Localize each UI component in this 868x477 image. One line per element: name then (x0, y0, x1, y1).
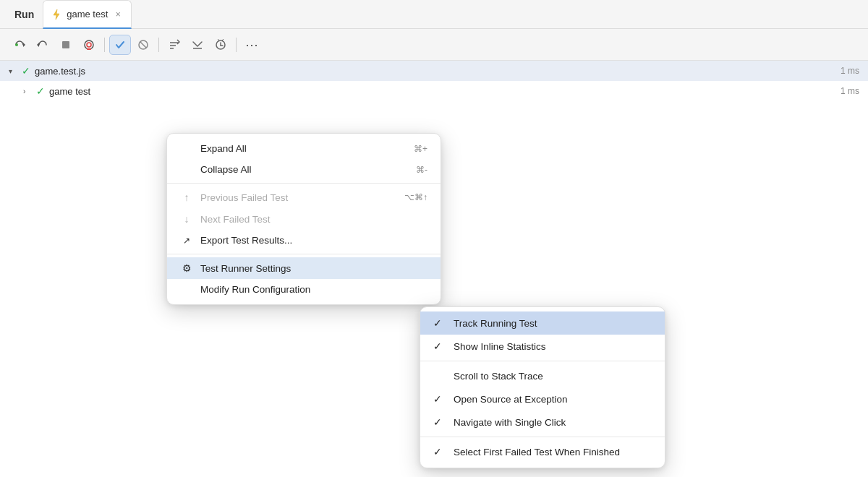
test-row[interactable]: › ✓ game test 1 ms (0, 81, 868, 101)
svg-line-17 (222, 39, 224, 40)
content-area: ▾ ✓ game.test.js 1 ms › ✓ game test 1 ms… (0, 61, 868, 477)
sort-asc-button[interactable] (163, 35, 185, 55)
pass-icon: ✓ (22, 65, 30, 77)
svg-marker-3 (37, 43, 39, 47)
expand-icon: ▾ (9, 67, 17, 75)
collapse-all-menu-item[interactable]: Collapse All ⌘- (167, 159, 441, 180)
navigate-click-item[interactable]: ✓ Navigate with Single Click (420, 411, 665, 434)
track-running-item[interactable]: ✓ Track Running Test (420, 311, 665, 335)
collapse-tree-button[interactable] (187, 35, 208, 55)
stop-button[interactable] (55, 35, 77, 55)
cancel-button[interactable] (132, 35, 154, 55)
settings-submenu: ✓ Track Running Test ✓ Show Inline Stati… (420, 306, 665, 468)
tab-close-button[interactable]: × (112, 9, 124, 20)
submenu-divider-2 (420, 437, 665, 437)
settings-icon: ⚙ (180, 262, 193, 274)
next-failed-menu-item[interactable]: ↓ Next Failed Test (167, 208, 441, 230)
expand-icon: › (23, 87, 32, 95)
show-inline-label: Show Inline Statistics (454, 341, 546, 352)
svg-marker-1 (23, 43, 25, 47)
toolbar: ⋯ (0, 29, 868, 61)
check-button[interactable] (109, 35, 131, 55)
settings-label: Test Runner Settings (200, 263, 291, 274)
expand-all-menu-item[interactable]: Expand All ⌘+ (167, 138, 441, 159)
toolbar-sep-1 (104, 38, 105, 52)
expand-all-shortcut: ⌘+ (414, 144, 427, 154)
open-source-label: Open Source at Exception (454, 394, 568, 405)
modify-label: Modify Run Configuration (200, 284, 310, 295)
test-duration: 1 ms (841, 86, 859, 96)
next-failed-icon: ↓ (180, 213, 193, 225)
prev-failed-shortcut: ⌥⌘↑ (404, 192, 427, 202)
collapse-all-label: Collapse All (200, 164, 252, 175)
prev-failed-icon: ↑ (180, 192, 193, 203)
open-source-item[interactable]: ✓ Open Source at Exception (420, 387, 665, 411)
expand-all-label: Expand All (200, 143, 247, 154)
prev-failed-label: Previous Failed Test (200, 192, 288, 203)
more-button[interactable]: ⋯ (241, 35, 263, 55)
check-mark-scroll (433, 370, 446, 382)
menu-divider-1 (167, 183, 441, 184)
scroll-stack-item[interactable]: Scroll to Stack Trace (420, 364, 665, 387)
clock-button[interactable] (210, 35, 231, 55)
svg-rect-4 (62, 41, 69, 48)
track-running-label: Track Running Test (454, 318, 537, 329)
svg-point-2 (15, 43, 18, 46)
navigate-click-label: Navigate with Single Click (454, 417, 566, 428)
main-panel: Run game test × (0, 0, 868, 477)
svg-line-18 (218, 39, 219, 40)
test-name: game test (49, 86, 836, 97)
collapse-all-shortcut: ⌘- (416, 165, 427, 175)
check-mark-open: ✓ (433, 393, 446, 405)
test-list: ▾ ✓ game.test.js 1 ms › ✓ game test 1 ms (0, 61, 868, 101)
dropdown-menu: Expand All ⌘+ Collapse All ⌘- ↑ Previous… (166, 133, 441, 305)
lightning-icon (51, 9, 62, 20)
export-label: Export Test Results... (200, 235, 292, 246)
select-first-label: Select First Failed Test When Finished (454, 447, 620, 457)
coverage-button[interactable] (78, 35, 100, 55)
svg-rect-7 (87, 48, 91, 50)
tab-bar: Run game test × (0, 0, 868, 29)
pass-icon: ✓ (36, 85, 45, 97)
test-duration: 1 ms (841, 66, 859, 76)
submenu-divider-1 (420, 361, 665, 361)
menu-divider-2 (167, 254, 441, 254)
svg-point-6 (87, 43, 91, 47)
test-file-name: game.test.js (35, 66, 836, 77)
svg-line-9 (140, 42, 146, 48)
test-row[interactable]: ▾ ✓ game.test.js 1 ms (0, 61, 868, 81)
more-icon: ⋯ (245, 37, 259, 53)
rerun-button[interactable] (9, 35, 30, 55)
svg-marker-0 (54, 9, 59, 20)
svg-point-5 (85, 40, 93, 49)
export-icon: ↗ (180, 236, 193, 246)
toolbar-sep-3 (236, 38, 237, 52)
scroll-stack-label: Scroll to Stack Trace (454, 371, 543, 382)
next-failed-label: Next Failed Test (200, 214, 271, 225)
modify-config-menu-item[interactable]: Modify Run Configuration (167, 279, 441, 300)
run-label: Run (9, 9, 40, 20)
check-mark-select: ✓ (433, 446, 446, 457)
active-tab[interactable]: game test × (43, 0, 132, 29)
settings-menu-item[interactable]: ⚙ Test Runner Settings (167, 257, 441, 279)
show-inline-item[interactable]: ✓ Show Inline Statistics (420, 335, 665, 358)
prev-failed-menu-item[interactable]: ↑ Previous Failed Test ⌥⌘↑ (167, 186, 441, 208)
select-first-item[interactable]: ✓ Select First Failed Test When Finished (420, 440, 665, 463)
export-menu-item[interactable]: ↗ Export Test Results... (167, 230, 441, 251)
tab-name: game test (67, 9, 108, 20)
check-mark-track: ✓ (433, 317, 446, 329)
rerun-failed-button[interactable] (32, 35, 54, 55)
check-mark-navigate: ✓ (433, 416, 446, 428)
toolbar-sep-2 (158, 38, 159, 52)
check-mark-inline: ✓ (433, 340, 446, 352)
